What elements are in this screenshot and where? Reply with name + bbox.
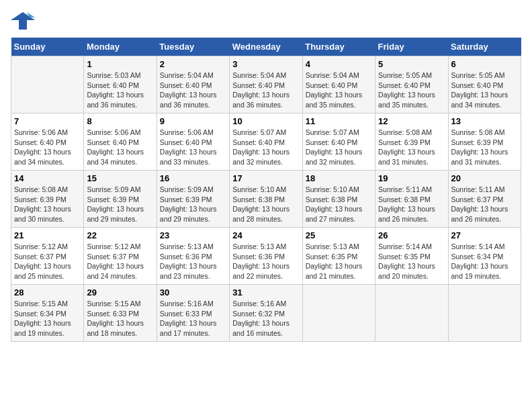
day-number: 13 xyxy=(451,116,518,126)
page-header xyxy=(11,11,521,31)
calendar-cell xyxy=(302,285,375,342)
day-info: Sunrise: 5:11 AMSunset: 6:38 PMDaylight:… xyxy=(378,185,445,224)
day-number: 19 xyxy=(378,173,445,183)
calendar-cell: 4Sunrise: 5:04 AMSunset: 6:40 PMDaylight… xyxy=(302,56,375,113)
day-info: Sunrise: 5:09 AMSunset: 6:39 PMDaylight:… xyxy=(87,185,153,224)
day-info: Sunrise: 5:16 AMSunset: 6:33 PMDaylight:… xyxy=(160,299,226,338)
day-number: 15 xyxy=(87,173,153,183)
day-info: Sunrise: 5:04 AMSunset: 6:40 PMDaylight:… xyxy=(160,71,226,110)
day-number: 21 xyxy=(14,230,81,240)
calendar-cell: 29Sunrise: 5:15 AMSunset: 6:33 PMDayligh… xyxy=(84,285,157,342)
weekday-header-sunday: Sunday xyxy=(11,38,84,56)
day-number: 28 xyxy=(14,287,81,298)
day-info: Sunrise: 5:08 AMSunset: 6:39 PMDaylight:… xyxy=(14,185,81,224)
day-info: Sunrise: 5:15 AMSunset: 6:34 PMDaylight:… xyxy=(14,299,81,338)
calendar-cell: 2Sunrise: 5:04 AMSunset: 6:40 PMDaylight… xyxy=(157,56,229,113)
calendar-cell: 17Sunrise: 5:10 AMSunset: 6:38 PMDayligh… xyxy=(230,171,302,228)
day-info: Sunrise: 5:14 AMSunset: 6:34 PMDaylight:… xyxy=(451,242,518,281)
calendar-cell xyxy=(375,285,448,342)
day-info: Sunrise: 5:10 AMSunset: 6:38 PMDaylight:… xyxy=(232,185,299,224)
day-number: 9 xyxy=(160,116,226,126)
day-info: Sunrise: 5:16 AMSunset: 6:32 PMDaylight:… xyxy=(232,299,299,338)
calendar-week-row: 14Sunrise: 5:08 AMSunset: 6:39 PMDayligh… xyxy=(11,171,521,228)
calendar-cell: 25Sunrise: 5:13 AMSunset: 6:35 PMDayligh… xyxy=(302,228,375,285)
day-info: Sunrise: 5:10 AMSunset: 6:38 PMDaylight:… xyxy=(306,185,372,224)
calendar-table: SundayMondayTuesdayWednesdayThursdayFrid… xyxy=(11,38,521,342)
day-number: 10 xyxy=(232,116,299,126)
calendar-cell: 23Sunrise: 5:13 AMSunset: 6:36 PMDayligh… xyxy=(157,228,229,285)
calendar-week-row: 1Sunrise: 5:03 AMSunset: 6:40 PMDaylight… xyxy=(11,56,521,113)
day-info: Sunrise: 5:14 AMSunset: 6:35 PMDaylight:… xyxy=(378,242,445,281)
calendar-cell: 30Sunrise: 5:16 AMSunset: 6:33 PMDayligh… xyxy=(157,285,229,342)
weekday-header-row: SundayMondayTuesdayWednesdayThursdayFrid… xyxy=(11,38,521,56)
logo-icon xyxy=(11,11,35,31)
day-number: 30 xyxy=(160,287,226,298)
day-number: 14 xyxy=(14,173,81,183)
calendar-cell: 5Sunrise: 5:05 AMSunset: 6:40 PMDaylight… xyxy=(375,56,448,113)
day-number: 12 xyxy=(378,116,445,126)
day-number: 20 xyxy=(451,173,518,183)
day-info: Sunrise: 5:05 AMSunset: 6:40 PMDaylight:… xyxy=(451,71,518,110)
day-number: 4 xyxy=(306,59,372,69)
day-number: 29 xyxy=(87,287,153,298)
svg-marker-0 xyxy=(11,12,35,30)
day-number: 16 xyxy=(160,173,226,183)
day-info: Sunrise: 5:07 AMSunset: 6:40 PMDaylight:… xyxy=(232,128,299,167)
calendar-cell: 21Sunrise: 5:12 AMSunset: 6:37 PMDayligh… xyxy=(11,228,84,285)
day-number: 2 xyxy=(160,59,226,69)
day-number: 17 xyxy=(232,173,299,183)
calendar-cell: 6Sunrise: 5:05 AMSunset: 6:40 PMDaylight… xyxy=(448,56,521,113)
day-info: Sunrise: 5:06 AMSunset: 6:40 PMDaylight:… xyxy=(160,128,226,167)
day-info: Sunrise: 5:13 AMSunset: 6:35 PMDaylight:… xyxy=(306,242,372,281)
calendar-cell xyxy=(11,56,84,113)
calendar-cell: 9Sunrise: 5:06 AMSunset: 6:40 PMDaylight… xyxy=(157,113,229,171)
day-number: 8 xyxy=(87,116,153,126)
day-info: Sunrise: 5:03 AMSunset: 6:40 PMDaylight:… xyxy=(87,71,153,110)
day-info: Sunrise: 5:13 AMSunset: 6:36 PMDaylight:… xyxy=(160,242,226,281)
day-info: Sunrise: 5:04 AMSunset: 6:40 PMDaylight:… xyxy=(232,71,299,110)
day-info: Sunrise: 5:13 AMSunset: 6:36 PMDaylight:… xyxy=(232,242,299,281)
day-number: 6 xyxy=(451,59,518,69)
weekday-header-tuesday: Tuesday xyxy=(157,38,229,56)
calendar-cell: 24Sunrise: 5:13 AMSunset: 6:36 PMDayligh… xyxy=(230,228,302,285)
day-number: 31 xyxy=(232,287,299,298)
calendar-week-row: 28Sunrise: 5:15 AMSunset: 6:34 PMDayligh… xyxy=(11,285,521,342)
calendar-cell: 13Sunrise: 5:08 AMSunset: 6:39 PMDayligh… xyxy=(448,113,521,171)
calendar-cell: 7Sunrise: 5:06 AMSunset: 6:40 PMDaylight… xyxy=(11,113,84,171)
day-number: 7 xyxy=(14,116,81,126)
day-info: Sunrise: 5:06 AMSunset: 6:40 PMDaylight:… xyxy=(14,128,81,167)
calendar-cell: 22Sunrise: 5:12 AMSunset: 6:37 PMDayligh… xyxy=(84,228,157,285)
day-number: 5 xyxy=(378,59,445,69)
calendar-cell: 12Sunrise: 5:08 AMSunset: 6:39 PMDayligh… xyxy=(375,113,448,171)
calendar-week-row: 21Sunrise: 5:12 AMSunset: 6:37 PMDayligh… xyxy=(11,228,521,285)
calendar-cell: 14Sunrise: 5:08 AMSunset: 6:39 PMDayligh… xyxy=(11,171,84,228)
day-info: Sunrise: 5:04 AMSunset: 6:40 PMDaylight:… xyxy=(306,71,372,110)
day-number: 27 xyxy=(451,230,518,240)
calendar-week-row: 7Sunrise: 5:06 AMSunset: 6:40 PMDaylight… xyxy=(11,113,521,171)
calendar-cell: 3Sunrise: 5:04 AMSunset: 6:40 PMDaylight… xyxy=(230,56,302,113)
day-number: 11 xyxy=(306,116,372,126)
day-info: Sunrise: 5:05 AMSunset: 6:40 PMDaylight:… xyxy=(378,71,445,110)
calendar-cell: 20Sunrise: 5:11 AMSunset: 6:37 PMDayligh… xyxy=(448,171,521,228)
calendar-cell: 18Sunrise: 5:10 AMSunset: 6:38 PMDayligh… xyxy=(302,171,375,228)
weekday-header-wednesday: Wednesday xyxy=(230,38,302,56)
day-info: Sunrise: 5:11 AMSunset: 6:37 PMDaylight:… xyxy=(451,185,518,224)
day-info: Sunrise: 5:15 AMSunset: 6:33 PMDaylight:… xyxy=(87,299,153,338)
day-number: 22 xyxy=(87,230,153,240)
day-number: 24 xyxy=(232,230,299,240)
calendar-cell xyxy=(448,285,521,342)
calendar-cell: 27Sunrise: 5:14 AMSunset: 6:34 PMDayligh… xyxy=(448,228,521,285)
calendar-cell: 26Sunrise: 5:14 AMSunset: 6:35 PMDayligh… xyxy=(375,228,448,285)
calendar-cell: 19Sunrise: 5:11 AMSunset: 6:38 PMDayligh… xyxy=(375,171,448,228)
logo xyxy=(11,11,38,31)
weekday-header-thursday: Thursday xyxy=(302,38,375,56)
weekday-header-monday: Monday xyxy=(84,38,157,56)
day-number: 1 xyxy=(87,59,153,69)
day-info: Sunrise: 5:09 AMSunset: 6:39 PMDaylight:… xyxy=(160,185,226,224)
calendar-cell: 16Sunrise: 5:09 AMSunset: 6:39 PMDayligh… xyxy=(157,171,229,228)
day-number: 25 xyxy=(306,230,372,240)
day-info: Sunrise: 5:07 AMSunset: 6:40 PMDaylight:… xyxy=(306,128,372,167)
day-number: 18 xyxy=(306,173,372,183)
day-number: 23 xyxy=(160,230,226,240)
day-info: Sunrise: 5:12 AMSunset: 6:37 PMDaylight:… xyxy=(14,242,81,281)
